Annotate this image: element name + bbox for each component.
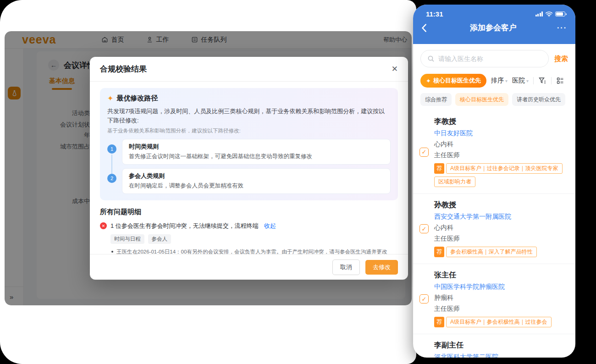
issues-section-title: 所有问题明细: [100, 208, 398, 216]
collapse-link[interactable]: 收起: [264, 222, 276, 230]
hospital-link[interactable]: 中国医学科学院肿瘤医院: [434, 283, 568, 291]
chevron-down-icon: ▾: [526, 78, 529, 83]
divider: [533, 77, 534, 84]
phone-page-title: 添加参会客户: [470, 22, 517, 33]
hospital-dropdown[interactable]: 医院 ▾: [512, 77, 529, 85]
hospital-link[interactable]: 西安交通大学第一附属医院: [434, 213, 568, 221]
sparkle-icon: ✦: [107, 94, 113, 103]
phone-screenshot: 11:31 添加参会客户 ···: [413, 5, 575, 358]
best-path-sub-summary: 基于业务依赖关系和影响范围分析，建议按以下路径修改:: [107, 127, 391, 134]
desktop-screenshot: veeva 首页 工作 任务队列 帮助中心: [0, 0, 416, 364]
recommend-badge: 荐: [434, 163, 444, 174]
best-path-panel: ✦ 最优修改路径 共发现7项违规问题，涉及时间、人员及比例三类核心规则，基于业务…: [100, 88, 398, 200]
doctor-tag-pill: A级目标客户｜参会积极性高｜过往参会: [446, 317, 552, 327]
chevron-down-icon: ▾: [505, 78, 508, 83]
signal-icon: [535, 11, 543, 17]
sparkle-icon: ✦: [426, 77, 431, 84]
recommend-badge: 荐: [434, 317, 444, 327]
doctor-checkbox[interactable]: ✓: [419, 358, 429, 358]
phone-header: 11:31 添加参会客户 ···: [413, 5, 575, 44]
doctor-card[interactable]: ✓ 李副主任 河北医科大学第二医院 心血管内科 副主任医师: [413, 334, 575, 358]
chip-core-target[interactable]: 核心目标医生优先: [455, 93, 508, 106]
issue-tag: 时间与日程: [110, 234, 144, 244]
hospital-link[interactable]: 河北医科大学第二医院: [434, 353, 568, 358]
divider: [551, 77, 552, 84]
doctor-tag-pill: 参会积极性高｜深入了解产品特性: [446, 247, 537, 257]
hospital-link[interactable]: 中日友好医院: [434, 129, 568, 138]
path-step-1: 1 时间类规则 首先修正会议时间这一基础框架，可避免因基础信息变动导致的重复修改: [107, 139, 391, 168]
step-number-badge: 1: [107, 144, 116, 154]
filter-funnel-icon[interactable]: [538, 77, 546, 85]
cancel-button[interactable]: 取消: [332, 259, 360, 275]
more-menu-icon[interactable]: ···: [557, 24, 567, 32]
doctor-tag-pill: A级目标客户｜过往参会记录｜顶尖医院专家: [446, 163, 563, 174]
error-icon: ✕: [100, 222, 107, 229]
path-step-2: 2 参会人类规则 在时间确定后，调整参会人员会更加精准有效: [107, 168, 391, 194]
doctor-search-input-wrap: [420, 50, 549, 67]
best-path-title: 最优修改路径: [116, 94, 158, 103]
issue-detail-text: 王医生在2026-01-05日14：00有另外的会议安排，会议负责人为李雷。由于…: [116, 248, 387, 254]
doctor-search-input[interactable]: [438, 55, 542, 62]
doctor-tag-pill: 区域影响力者: [434, 176, 475, 187]
chip-comprehensive[interactable]: 综合推荐: [420, 93, 452, 106]
doctor-checkbox[interactable]: ✓: [419, 148, 429, 157]
canvas: veeva 首页 工作 任务队列 帮助中心: [0, 0, 596, 364]
search-button[interactable]: 搜索: [554, 55, 568, 63]
priority-filter-pill[interactable]: ✦ 核心目标医生优先: [420, 74, 486, 88]
doctor-card[interactable]: ✓ 张主任 中国医学科学院肿瘤医院 肿瘤科 主任医师 荐 A级目标客户｜参会积极…: [413, 264, 575, 334]
bullet-dot: [111, 251, 113, 253]
issue-item-error: ✕ 1 位参会医生有参会时间冲突，无法继续提交，流程终端 收起 时间与日程 参会…: [100, 222, 398, 254]
back-chevron-icon[interactable]: [419, 23, 430, 33]
search-icon: [427, 55, 435, 62]
step-number-badge: 2: [107, 174, 116, 183]
go-modify-button[interactable]: 去修改: [365, 260, 398, 275]
compliance-check-modal: 合规校验结果 ✕ ✦ 最优修改路径 共发现7项违规问题，涉及时间、人员及比例三类…: [90, 57, 408, 280]
best-path-summary: 共发现7项违规问题，涉及时间、人员及比例三类核心规则，基于业务依赖关系和影响范围…: [107, 107, 391, 125]
doctor-list: ✓ 李教授 中日友好医院 心内科 主任医师 荐 A级目标客户｜过往参会记录｜顶尖…: [413, 110, 575, 358]
issue-tag: 参会人: [148, 234, 171, 244]
wifi-icon: [545, 11, 553, 17]
list-view-icon[interactable]: [556, 77, 564, 85]
battery-icon: [555, 11, 565, 17]
sort-dropdown[interactable]: 排序 ▾: [491, 77, 508, 85]
modal-title: 合规校验结果: [100, 64, 147, 74]
close-icon[interactable]: ✕: [392, 65, 398, 73]
recommend-badge: 荐: [434, 247, 444, 257]
doctor-card[interactable]: ✓ 孙教授 西安交通大学第一附属医院 心内科 主任医师 荐 参会积极性高｜深入了…: [413, 194, 575, 264]
doctor-card[interactable]: ✓ 李教授 中日友好医院 心内科 主任医师 荐 A级目标客户｜过往参会记录｜顶尖…: [413, 110, 575, 194]
doctor-checkbox[interactable]: ✓: [419, 224, 429, 233]
doctor-checkbox[interactable]: ✓: [419, 294, 429, 303]
status-time: 11:31: [426, 10, 443, 18]
chip-speaker-history[interactable]: 讲者历史听众优先: [512, 93, 565, 106]
